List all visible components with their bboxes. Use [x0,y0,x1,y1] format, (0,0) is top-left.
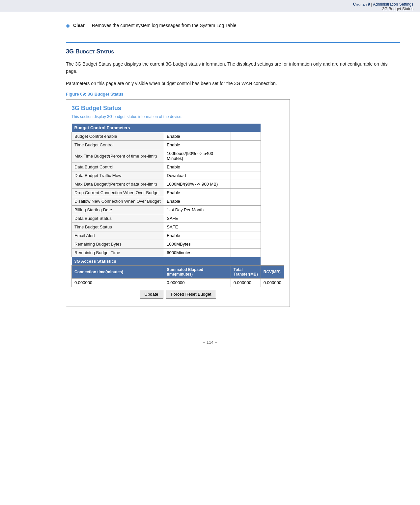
stats-header-cell: 3G Access Statistics [72,257,261,266]
stats-col-3: Total Transfer(MB) [231,266,261,279]
table-row: Time Budget Control Enable [72,141,284,149]
row-empty [231,206,261,214]
row-empty [231,149,261,163]
stats-data-3: 0.000000 [231,279,261,287]
header-separator: | [371,2,372,7]
row-value: 1-st Day Per Month [164,206,231,214]
table-row: Email Alert Enable [72,231,284,240]
page-footer: – 114 – [0,333,420,351]
figure-subtitle: This section display 3G budget status in… [71,114,284,119]
figure-title: 3G Budget Status [71,105,284,112]
table-row: Max Time Budget/(Percent of time pre-lim… [72,149,284,163]
row-label: Disallow New Connection When Over Budget [72,197,164,206]
row-label: Max Data Budget/(Percent of data pre-lim… [72,180,164,189]
page-header: Chapter 9 | Administration Settings 3G B… [0,0,420,12]
chapter-label: Chapter 9 [353,2,370,7]
section-divider [66,42,400,43]
row-empty [231,163,261,171]
row-value: SAFE [164,214,231,223]
stats-col-2: Summated Elapsed time(minutes) [164,266,231,279]
budget-control-header-row: Budget Control Parameters [72,124,284,132]
table-row: Billing Starting Date 1-st Day Per Month [72,206,284,214]
forced-reset-button[interactable]: Forced Reset Budget [166,290,216,299]
header-section-title: Administration Settings [373,2,413,7]
stats-column-header-row: Connection time(minutes) Summated Elapse… [72,266,284,279]
row-label: Data Budget Traffic Flow [72,171,164,180]
row-empty [231,141,261,149]
stats-col-4: RCV(MB) [261,266,284,279]
stats-data-1: 0.000000 [72,279,164,287]
row-value: Enable [164,231,231,240]
header-sub-section: 3G Budget Status [7,7,413,11]
table-row: Data Budget Control Enable [72,163,284,171]
buttons-container: Update Forced Reset Budget [72,287,284,301]
row-value: Enable [164,141,231,149]
section-heading: 3G Budget Status [66,48,400,55]
row-value: 1000MB/(90% --> 900 MB) [164,180,231,189]
row-label: Time Budget Status [72,223,164,231]
row-label: Billing Starting Date [72,206,164,214]
row-empty [231,171,261,180]
buttons-row-container: Update Forced Reset Budget [72,287,284,302]
main-content: ◆ Clear — Removes the current system log… [0,12,420,320]
table-row: Drop Current Connection When Over Budget… [72,189,284,197]
budget-control-header-cell: Budget Control Parameters [72,124,261,132]
row-value: Enable [164,189,231,197]
row-value: 1000MBytes [164,240,231,249]
row-label: Drop Current Connection When Over Budget [72,189,164,197]
table-row: Data Budget Traffic Flow Download [72,171,284,180]
budget-table: Budget Control Parameters Budget Control… [71,124,284,301]
row-empty [231,214,261,223]
row-empty [231,197,261,206]
table-row: Time Budget Status SAFE [72,223,284,231]
stats-data-4: 0.000000 [261,279,284,287]
row-value: Enable [164,132,231,141]
row-value: Enable [164,163,231,171]
row-empty [231,240,261,249]
table-row: Budget Control enable Enable [72,132,284,141]
row-empty [231,249,261,257]
bullet-text: Clear — Removes the current system log m… [73,22,238,29]
row-value: Download [164,171,231,180]
row-label: Email Alert [72,231,164,240]
bullet-diamond-icon: ◆ [66,22,70,29]
table-row: Data Budget Status SAFE [72,214,284,223]
bullet-section: ◆ Clear — Removes the current system log… [66,22,400,29]
bullet-item: ◆ Clear — Removes the current system log… [66,22,400,29]
page-number: – 114 – [203,340,217,345]
row-value: 6000Minutes [164,249,231,257]
row-label: Remaining Budget Time [72,249,164,257]
row-empty [231,132,261,141]
table-row: Max Data Budget/(Percent of data pre-lim… [72,180,284,189]
bullet-definition: — Removes the current system log message… [86,23,238,28]
stats-col-1: Connection time(minutes) [72,266,164,279]
row-empty [231,231,261,240]
row-empty [231,223,261,231]
table-row: Remaining Budget Bytes 1000MBytes [72,240,284,249]
table-row: Disallow New Connection When Over Budget… [72,197,284,206]
row-value: 100hours/(90% --> 5400 Minutes) [164,149,231,163]
stats-header-row: 3G Access Statistics [72,257,284,266]
row-label: Max Time Budget/(Percent of time pre-lim… [72,149,164,163]
stats-data-row: 0.000000 0.000000 0.000000 0.000000 [72,279,284,287]
stats-data-2: 0.000000 [164,279,231,287]
table-row: Remaining Budget Time 6000Minutes [72,249,284,257]
row-label: Time Budget Control [72,141,164,149]
row-label: Remaining Budget Bytes [72,240,164,249]
body-paragraph-1: The 3G Budget Status page displays the c… [66,60,400,75]
row-value: Enable [164,197,231,206]
update-button[interactable]: Update [140,290,163,299]
bullet-term: Clear [73,23,85,28]
row-label: Budget Control enable [72,132,164,141]
row-empty [231,180,261,189]
row-label: Data Budget Control [72,163,164,171]
row-value: SAFE [164,223,231,231]
figure-box: 3G Budget Status This section display 3G… [66,99,290,307]
body-paragraph-2: Parameters on this page are only visible… [66,80,400,87]
row-label: Data Budget Status [72,214,164,223]
figure-label: Figure 69: 3G Budget Status [66,92,400,97]
header-chapter-line: Chapter 9 | Administration Settings [7,2,413,7]
row-empty [231,189,261,197]
